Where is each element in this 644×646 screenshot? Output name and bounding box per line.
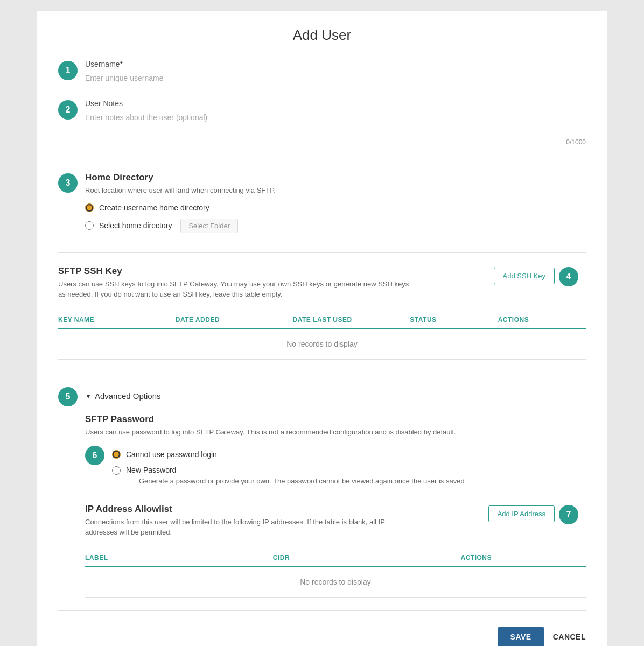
ip-col-label: LABEL — [85, 554, 273, 561]
advanced-options-toggle[interactable]: ▼ Advanced Options — [85, 391, 160, 401]
radio-new-password-label: New Password — [126, 466, 176, 474]
radio-select-home-label: Select home directory — [99, 221, 172, 230]
new-password-note: Generate a password or provide your own.… — [139, 476, 465, 487]
home-directory-section: 3 Home Directory Root location where use… — [58, 172, 586, 240]
home-directory-title: Home Directory — [85, 172, 586, 183]
ip-title-desc: IP Address Allowlist Connections from th… — [85, 504, 419, 545]
step-badge-3: 3 — [58, 173, 78, 193]
radio-cannot-use-password-input[interactable] — [112, 450, 121, 459]
step-badge-2: 2 — [58, 100, 78, 120]
ip-allowlist-title: IP Address Allowlist — [85, 504, 419, 515]
ssh-btn-badge: Add SSH Key 4 — [494, 266, 586, 286]
add-ip-address-button[interactable]: Add IP Address — [488, 505, 555, 522]
add-ssh-key-button[interactable]: Add SSH Key — [494, 268, 555, 284]
user-notes-content: User Notes 0/1000 — [85, 99, 586, 146]
ip-header-row: IP Address Allowlist Connections from th… — [85, 504, 586, 545]
user-notes-label: User Notes — [85, 99, 586, 108]
ssh-header-row: SFTP SSH Key Users can use SSH keys to l… — [58, 266, 586, 307]
ssh-title-desc: SFTP SSH Key Users can use SSH keys to l… — [58, 266, 414, 307]
page-container: Add User 1 Username* 2 User Notes 0/1000 — [37, 11, 607, 646]
divider-2 — [58, 252, 586, 253]
ip-col-cidr: CIDR — [273, 554, 461, 561]
ssh-col-actions: ACTIONS — [498, 316, 586, 324]
ssh-col-dateadded: DATE ADDED — [176, 316, 293, 324]
ssh-table: KEY NAME DATE ADDED DATE LAST USED STATU… — [58, 316, 586, 360]
radio-create-home-input[interactable] — [85, 203, 94, 212]
advanced-options-section: 5 ▼ Advanced Options SFTP Password Users… — [58, 386, 586, 598]
cancel-button[interactable]: CANCEL — [553, 633, 586, 641]
sftp-ssh-section: SFTP SSH Key Users can use SSH keys to l… — [58, 266, 586, 360]
home-directory-content: Home Directory Root location where user … — [85, 172, 586, 240]
radio-create-home[interactable]: Create username home directory — [85, 203, 586, 212]
select-folder-button[interactable]: Select Folder — [180, 219, 238, 233]
step-badge-4: 4 — [559, 267, 578, 286]
password-options-content: Cannot use password login New Password G… — [112, 445, 586, 493]
sftp-password-title: SFTP Password — [85, 414, 586, 425]
radio-new-password[interactable]: New Password Generate a password or prov… — [112, 465, 586, 487]
page-title: Add User — [58, 27, 586, 44]
user-notes-input[interactable] — [85, 110, 586, 134]
ip-btn-badge: Add IP Address 7 — [488, 504, 586, 524]
home-directory-radio-group: Create username home directory Select ho… — [85, 203, 586, 233]
sftp-ssh-desc: Users can use SSH keys to log into SFTP … — [58, 279, 414, 300]
username-section: 1 Username* — [58, 60, 586, 86]
ip-allowlist-desc: Connections from this user will be limit… — [85, 517, 419, 538]
radio-new-password-input[interactable] — [112, 466, 121, 475]
ssh-col-status: STATUS — [410, 316, 498, 324]
ssh-col-datelastused: DATE LAST USED — [293, 316, 410, 324]
ip-table-empty: No records to display — [85, 567, 586, 598]
step-badge-7: 7 — [559, 505, 578, 524]
username-content: Username* — [85, 60, 586, 86]
new-password-option-content: New Password Generate a password or prov… — [126, 465, 465, 487]
sftp-password-section: SFTP Password Users can use password to … — [85, 414, 586, 598]
advanced-options-label: Advanced Options — [95, 391, 161, 401]
divider-1 — [58, 159, 586, 159]
step-badge-1: 1 — [58, 61, 78, 80]
divider-3 — [58, 373, 586, 373]
chevron-down-icon: ▼ — [85, 392, 92, 400]
char-count: 0/1000 — [85, 138, 586, 146]
ip-col-actions: ACTIONS — [461, 554, 586, 561]
username-input[interactable] — [85, 71, 279, 86]
ip-allowlist-section: IP Address Allowlist Connections from th… — [85, 504, 586, 598]
radio-select-home-input[interactable] — [85, 221, 94, 230]
ssh-col-keyname: KEY NAME — [58, 316, 176, 324]
save-button[interactable]: SAVE — [498, 627, 544, 647]
footer-actions: SAVE CANCEL — [58, 627, 586, 647]
step-badge-6: 6 — [85, 446, 104, 465]
radio-select-home[interactable]: Select home directory Select Folder — [85, 219, 586, 233]
ssh-table-empty: No records to display — [58, 329, 586, 360]
radio-cannot-use-password[interactable]: Cannot use password login — [112, 450, 586, 459]
ip-table-header: LABEL CIDR ACTIONS — [85, 554, 586, 567]
step-badge-5: 5 — [58, 387, 78, 406]
ssh-table-header: KEY NAME DATE ADDED DATE LAST USED STATU… — [58, 316, 586, 329]
username-label: Username* — [85, 60, 586, 68]
password-radio-group: Cannot use password login New Password G… — [112, 450, 586, 487]
divider-4 — [58, 610, 586, 611]
user-notes-section: 2 User Notes 0/1000 — [58, 99, 586, 146]
radio-create-home-label: Create username home directory — [99, 203, 209, 212]
ip-table: LABEL CIDR ACTIONS No records to display — [85, 554, 586, 598]
sftp-ssh-title: SFTP SSH Key — [58, 266, 414, 277]
home-directory-desc: Root location where user will land when … — [85, 185, 586, 196]
sftp-password-desc: Users can use password to log into SFTP … — [85, 427, 586, 438]
radio-cannot-use-password-label: Cannot use password login — [126, 450, 217, 459]
